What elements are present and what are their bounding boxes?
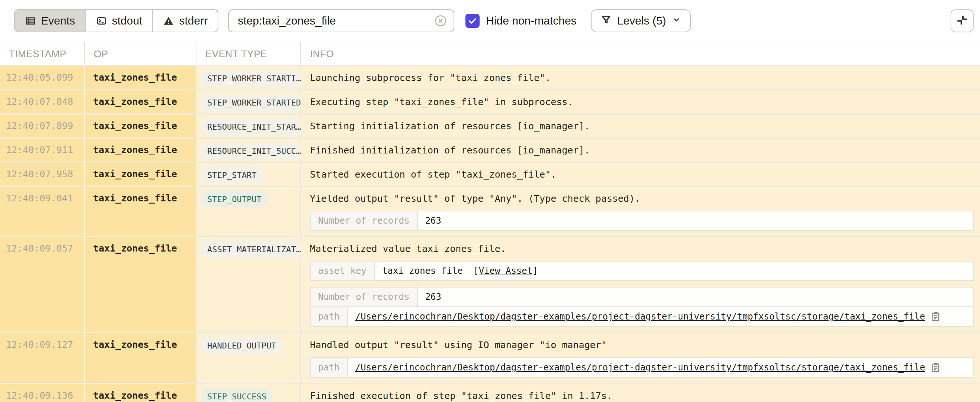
event-op: taxi_zones_file (85, 90, 196, 113)
event-timestamp: 12:40:09.041 (0, 187, 85, 236)
collapse-panel-icon (955, 13, 969, 28)
event-timestamp: 12:40:07.911 (0, 139, 85, 161)
metadata-entry: asset_keytaxi_zones_file [View Asset] (311, 261, 973, 280)
event-op: taxi_zones_file (85, 333, 196, 383)
event-type-badge: RESOURCE_INIT_SUCC… (201, 143, 307, 159)
asset-key-value: taxi_zones_file (382, 266, 468, 276)
event-message: Materialized value taxi_zones_file. (310, 243, 974, 255)
levels-filter-label: Levels (5) (617, 14, 667, 27)
copy-to-clipboard-button[interactable] (930, 362, 941, 373)
event-type-cell: STEP_SUCCESS (196, 384, 301, 402)
metadata-box: Number of records263path/Users/erincochr… (310, 287, 974, 327)
event-timestamp: 12:40:09.127 (0, 333, 85, 383)
event-timestamp: 12:40:05.099 (0, 66, 85, 89)
event-info-cell: Starting initialization of resources [io… (301, 114, 980, 138)
event-type-badge: STEP_WORKER_STARTI… (201, 71, 307, 87)
event-type-badge: STEP_WORKER_STARTED (201, 95, 307, 111)
collapse-panel-button[interactable] (951, 9, 974, 32)
column-header-op: OP (85, 42, 196, 65)
event-info-cell: Launching subprocess for "taxi_zones_fil… (301, 66, 980, 89)
tab-stderr[interactable]: stderr (153, 10, 218, 32)
warning-icon (163, 15, 174, 26)
metadata-entry: Number of records263 (311, 211, 973, 230)
chevron-down-icon (671, 14, 681, 27)
event-message: Yielded output "result" of type "Any". (… (310, 193, 974, 205)
event-op: taxi_zones_file (85, 66, 196, 89)
column-header-event-type: EVENT TYPE (196, 42, 301, 65)
tab-stdout[interactable]: stdout (86, 10, 153, 32)
event-message: Finished execution of step "taxi_zones_f… (310, 390, 974, 402)
metadata-box: Number of records263 (310, 210, 974, 231)
tab-stderr-label: stderr (179, 14, 208, 27)
event-table-header: TIMESTAMP OP EVENT TYPE INFO (0, 42, 980, 66)
metadata-label: Number of records (311, 211, 418, 230)
metadata-box: asset_keytaxi_zones_file [View Asset] (310, 261, 974, 281)
metadata-value: taxi_zones_file [View Asset] (375, 261, 973, 280)
event-type-badge: STEP_OUTPUT (201, 192, 268, 207)
event-op: taxi_zones_file (85, 187, 196, 236)
event-type-cell: ASSET_MATERIALIZAT… (196, 237, 301, 332)
hide-non-matches-label: Hide non-matches (486, 14, 576, 27)
view-asset-link[interactable]: View Asset (479, 266, 533, 276)
log-filter-input[interactable] (238, 14, 433, 27)
copy-to-clipboard-button[interactable] (930, 311, 941, 322)
event-row: 12:40:07.911 taxi_zones_file RESOURCE_IN… (0, 139, 980, 163)
event-timestamp: 12:40:09.057 (0, 237, 85, 332)
event-type-cell: STEP_OUTPUT (196, 187, 301, 236)
event-row: 12:40:09.127 taxi_zones_file HANDLED_OUT… (0, 333, 980, 384)
event-row: 12:40:07.848 taxi_zones_file STEP_WORKER… (0, 90, 980, 114)
event-op: taxi_zones_file (85, 139, 196, 161)
path-link[interactable]: /Users/erincochran/Desktop/dagster-examp… (355, 311, 925, 322)
event-info-cell: Finished initialization of resources [io… (301, 139, 980, 161)
event-type-badge: ASSET_MATERIALIZAT… (201, 242, 307, 258)
metadata-entry: path/Users/erincochran/Desktop/dagster-e… (311, 358, 973, 377)
event-info-cell: Started execution of step "taxi_zones_fi… (301, 163, 980, 186)
event-row: 12:40:09.136 taxi_zones_file STEP_SUCCES… (0, 384, 980, 402)
filter-funnel-icon (600, 14, 612, 28)
metadata-label: path (311, 307, 348, 326)
event-type-cell: STEP_WORKER_STARTI… (196, 66, 301, 89)
event-type-badge: STEP_SUCCESS (201, 389, 273, 402)
column-header-info: INFO (301, 42, 980, 65)
event-op: taxi_zones_file (85, 114, 196, 138)
log-filter-searchbox (228, 9, 454, 32)
event-op: taxi_zones_file (85, 384, 196, 402)
hide-non-matches-checkbox[interactable] (465, 14, 480, 28)
metadata-label: asset_key (311, 261, 375, 280)
metadata-label: Number of records (311, 288, 418, 306)
event-type-badge: HANDLED_OUTPUT (201, 338, 282, 354)
event-row: 12:40:07.958 taxi_zones_file STEP_START … (0, 163, 980, 187)
event-message: Starting initialization of resources [io… (310, 120, 974, 132)
column-header-timestamp: TIMESTAMP (0, 42, 85, 65)
event-type-cell: STEP_WORKER_STARTED (196, 90, 301, 113)
levels-filter-button[interactable]: Levels (5) (591, 9, 691, 32)
event-type-badge: STEP_START (201, 167, 262, 183)
metadata-value: 263 (418, 211, 973, 230)
event-row: 12:40:09.057 taxi_zones_file ASSET_MATER… (0, 237, 980, 333)
event-info-cell: Materialized value taxi_zones_file. asse… (301, 237, 980, 332)
event-type-badge: RESOURCE_INIT_STAR… (201, 119, 307, 135)
event-message: Executing step "taxi_zones_file" in subp… (310, 96, 974, 108)
event-message: Started execution of step "taxi_zones_fi… (310, 169, 974, 180)
metadata-value: /Users/erincochran/Desktop/dagster-examp… (348, 358, 973, 377)
event-type-cell: HANDLED_OUTPUT (196, 333, 301, 383)
metadata-entry: Number of records263 (311, 288, 973, 307)
event-op: taxi_zones_file (85, 163, 196, 186)
metadata-value: 263 (418, 288, 973, 306)
event-message: Launching subprocess for "taxi_zones_fil… (310, 72, 974, 84)
event-row: 12:40:05.099 taxi_zones_file STEP_WORKER… (0, 66, 980, 90)
path-link[interactable]: /Users/erincochran/Desktop/dagster-examp… (355, 362, 925, 373)
tab-events[interactable]: Events (15, 10, 86, 32)
clear-filter-button[interactable] (433, 14, 448, 28)
event-info-cell: Yielded output "result" of type "Any". (… (301, 187, 980, 236)
event-type-cell: RESOURCE_INIT_SUCC… (196, 139, 301, 161)
event-message: Handled output "result" using IO manager… (310, 339, 974, 351)
metadata-value: /Users/erincochran/Desktop/dagster-examp… (348, 307, 973, 326)
event-type-cell: STEP_START (196, 163, 301, 186)
event-timestamp: 12:40:07.958 (0, 163, 85, 186)
event-info-cell: Executing step "taxi_zones_file" in subp… (301, 90, 980, 113)
metadata-entry: path/Users/erincochran/Desktop/dagster-e… (311, 307, 973, 326)
tab-stdout-label: stdout (112, 14, 143, 27)
event-timestamp: 12:40:07.848 (0, 90, 85, 113)
metadata-box: path/Users/erincochran/Desktop/dagster-e… (310, 357, 974, 378)
